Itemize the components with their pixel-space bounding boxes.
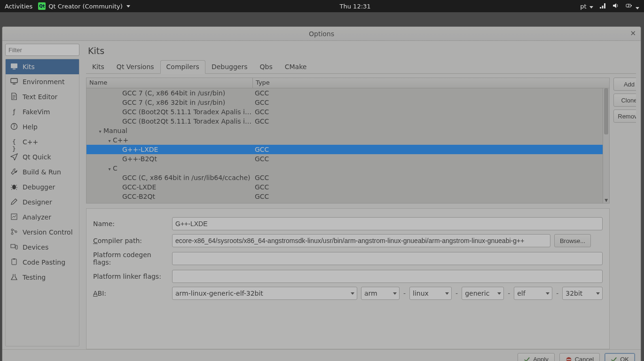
tree-row[interactable]: ▾Manual [86, 126, 603, 135]
analyzer-icon [10, 213, 18, 222]
col-name[interactable]: Name [86, 78, 253, 88]
col-type[interactable]: Type [253, 78, 609, 88]
compiler-actions: Add Clone Remove [613, 78, 636, 349]
expander-icon[interactable]: ▾ [107, 138, 112, 143]
abi-flavor-select[interactable]: generic [462, 287, 504, 300]
cancel-button[interactable]: Cancel [559, 353, 600, 361]
sidebar-item-label: Debugger [23, 183, 55, 191]
abi-full-select[interactable]: arm-linux-generic-elf-32bit [172, 287, 357, 300]
chevron-down-icon [589, 6, 593, 8]
svg-rect-14 [16, 245, 17, 249]
activities-button[interactable]: Activities [5, 3, 32, 10]
sidebar-item-text-editor[interactable]: Text Editor [6, 89, 79, 104]
expander-icon[interactable]: ▾ [98, 129, 102, 134]
apply-button[interactable]: Apply [518, 353, 555, 361]
window-titlebar[interactable]: Options ✕ [2, 27, 641, 41]
abi-width-select[interactable]: 32bit [562, 287, 603, 300]
power-icon[interactable] [625, 2, 639, 11]
sidebar-item-debugger[interactable]: Debugger [6, 180, 79, 195]
compilers-tree[interactable]: Name Type GCC 7 (C, x86 64bit in /usr/bi… [86, 78, 610, 204]
sidebar-item-code-pasting[interactable]: Code Pasting [6, 255, 79, 270]
clone-button[interactable]: Clone [613, 94, 636, 107]
compiler-path-input[interactable] [172, 234, 550, 247]
remove-button[interactable]: Remove [613, 110, 636, 123]
tree-row[interactable]: GCC 7 (C, x86 64bit in /usr/bin)GCC [86, 88, 603, 98]
sidebar-item-analyzer[interactable]: Analyzer [6, 210, 79, 225]
add-button[interactable]: Add [613, 78, 636, 91]
abi-os-select[interactable]: linux [409, 287, 452, 300]
help-icon: ? [10, 123, 18, 132]
tree-scrollbar[interactable]: ▲ ▼ [603, 88, 609, 203]
tree-item-name: GCC-LXDE [122, 183, 156, 191]
sidebar-item-c-[interactable]: { }C++ [6, 134, 79, 149]
sidebar-item-label: Analyzer [23, 213, 51, 221]
tab-kits[interactable]: Kits [86, 60, 110, 74]
gnome-topbar: Activities Qt Qt Creator (Community) Thu… [0, 0, 644, 12]
abi-format-select[interactable]: elf [514, 287, 552, 300]
tab-qt-versions[interactable]: Qt Versions [110, 60, 160, 74]
tree-item-name: C [113, 165, 118, 172]
codegen-flags-input[interactable] [172, 252, 603, 265]
name-input[interactable] [172, 217, 603, 230]
sidebar-item-qt-quick[interactable]: Qt Quick [6, 149, 79, 165]
close-icon[interactable]: ✕ [630, 29, 636, 38]
sidebar-item-help[interactable]: ?Help [6, 119, 79, 134]
tree-row[interactable]: G++-B2QtGCC [86, 154, 603, 164]
volume-icon[interactable] [612, 2, 620, 11]
tree-row[interactable]: ▾C [86, 164, 603, 173]
chevron-down-icon [596, 292, 600, 295]
sidebar-item-devices[interactable]: Devices [6, 240, 79, 255]
check-icon [524, 356, 530, 361]
tree-row[interactable]: GCC-B2QtGCC [86, 192, 603, 201]
compiler-path-label: Compiler path: [93, 237, 168, 244]
tab-compilers[interactable]: Compilers [160, 60, 205, 74]
sidebar-item-fakevim[interactable]: ƒFakeVim [6, 104, 79, 119]
tab-qbs[interactable]: Qbs [254, 60, 279, 74]
scroll-thumb[interactable] [604, 88, 608, 134]
document-icon [10, 93, 18, 102]
tree-row[interactable]: GCC (C, x86 64bit in /usr/lib64/ccache)G… [86, 173, 603, 182]
devices-icon [10, 243, 18, 252]
chevron-down-icon [636, 7, 639, 9]
sidebar-item-label: Environment [23, 78, 64, 86]
monitor-icon [10, 78, 18, 86]
ok-button[interactable]: OK [605, 353, 635, 361]
pencil-icon [10, 198, 18, 207]
filter-input[interactable] [5, 44, 79, 56]
qt-logo-icon: Qt [38, 2, 46, 10]
sidebar-item-label: Devices [23, 243, 48, 251]
clock[interactable]: Thu 12:31 [130, 3, 581, 10]
expander-icon[interactable]: ▾ [107, 166, 112, 172]
tree-row[interactable]: GCC 7 (C, x86 32bit in /usr/bin)GCC [86, 98, 603, 107]
tree-row[interactable]: GCC (Boot2Qt 5.11.1 Toradex Apalis iMX6)… [86, 107, 603, 117]
app-menu-label: Qt Creator (Community) [48, 3, 122, 10]
sidebar-item-version-control[interactable]: Version Control [6, 225, 79, 240]
sidebar-item-testing[interactable]: Testing [6, 270, 79, 285]
linker-flags-input[interactable] [172, 270, 603, 283]
tree-row[interactable]: G++-LXDEGCC [86, 145, 603, 154]
kits-panel: Kits KitsQt VersionsCompilersDebuggersQb… [82, 41, 641, 349]
browse-button[interactable]: Browse... [554, 234, 591, 247]
tree-row[interactable]: ▾C++ [86, 135, 603, 145]
sidebar-item-environment[interactable]: Environment [6, 74, 79, 89]
paste-icon [10, 258, 18, 267]
tab-debuggers[interactable]: Debuggers [205, 60, 254, 74]
sidebar-item-build-run[interactable]: Build & Run [6, 165, 79, 180]
app-menu[interactable]: Qt Qt Creator (Community) [38, 2, 130, 10]
sidebar-item-label: Text Editor [23, 93, 57, 101]
tree-item-type: GCC [253, 89, 603, 97]
tree-row[interactable]: GCC-LXDEGCC [86, 182, 603, 192]
network-icon[interactable] [599, 2, 606, 11]
tab-cmake[interactable]: CMake [279, 60, 313, 74]
svg-point-11 [11, 233, 13, 235]
tree-item-name: GCC (Boot2Qt 5.11.1 Toradex Apalis iMX8) [122, 118, 253, 125]
tree-item-type: GCC [253, 174, 603, 181]
keyboard-layout[interactable]: pt [580, 3, 593, 10]
abi-arch-select[interactable]: arm [361, 287, 400, 300]
tree-item-name: G++-LXDE [122, 146, 158, 153]
tree-item-type: GCC [253, 118, 603, 125]
tree-row[interactable]: GCC (Boot2Qt 5.11.1 Toradex Apalis iMX8)… [86, 117, 603, 126]
sidebar-item-kits[interactable]: Kits [6, 59, 79, 74]
sidebar-item-designer[interactable]: Designer [6, 195, 79, 210]
scroll-down-icon[interactable]: ▼ [605, 198, 608, 203]
